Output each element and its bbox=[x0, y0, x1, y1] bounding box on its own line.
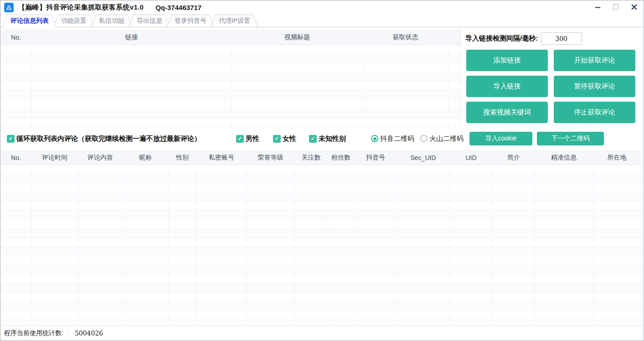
female-checkbox[interactable]: ✓ 女性 bbox=[273, 134, 296, 143]
tab-label: 导出信息 bbox=[137, 17, 162, 25]
douyin-qr-label: 抖音二维码 bbox=[380, 134, 414, 143]
column-header: 视频标题 bbox=[232, 30, 363, 45]
options-row: ✓ 循环获取列表内评论（获取完继续检测一遍不放过最新评论） ✓ 男性 ✓ 女性 … bbox=[0, 127, 644, 150]
column-header: 精准信息 bbox=[535, 151, 593, 165]
comment-table: No.评论时间评论内容昵称性别私密账号荣誉等级关注数粉丝数抖音号Sec_UIDU… bbox=[0, 150, 641, 326]
grid-line bbox=[247, 165, 247, 326]
start-fetch-comments-button[interactable]: 开始获取评论 bbox=[554, 50, 635, 71]
column-header: UID bbox=[449, 151, 493, 165]
column-header: 获取状态 bbox=[363, 30, 448, 45]
grid-line bbox=[31, 45, 32, 127]
tab-proxy-ip[interactable]: 代理IP设置 bbox=[211, 15, 258, 27]
column-header: Sec_UID bbox=[397, 151, 449, 165]
status-divider bbox=[68, 329, 68, 338]
pause-fetch-comments-button[interactable]: 暂停获取评论 bbox=[554, 76, 635, 97]
usage-count-value: 5004026 bbox=[75, 330, 103, 337]
douyin-qr-radio[interactable]: 抖音二维码 bbox=[371, 134, 414, 143]
male-checkbox[interactable]: ✓ 男性 bbox=[236, 134, 259, 143]
link-table: No.链接视频标题获取状态 bbox=[0, 30, 461, 127]
column-header: 荣誉等级 bbox=[247, 151, 294, 165]
app-logo-icon bbox=[4, 3, 14, 12]
minimize-icon[interactable] bbox=[592, 1, 603, 12]
maximize-icon[interactable] bbox=[610, 1, 622, 12]
tab-login-douyin[interactable]: 登录抖音号 bbox=[167, 15, 214, 27]
tab-export-info[interactable]: 导出信息 bbox=[129, 15, 170, 27]
grid-line bbox=[328, 165, 328, 326]
link-table-body[interactable] bbox=[0, 45, 460, 127]
tab-label: 私信功能 bbox=[99, 17, 124, 25]
grid-line bbox=[294, 165, 295, 326]
grid-line bbox=[196, 165, 197, 326]
interval-label: 导入链接检测间隔/毫秒: bbox=[465, 34, 538, 43]
add-link-button[interactable]: 添加链接 bbox=[466, 50, 548, 71]
tab-function-settings[interactable]: 功能设置 bbox=[53, 15, 94, 27]
tab-label: 功能设置 bbox=[61, 17, 87, 25]
control-panel: 导入链接检测间隔/毫秒: 添加链接开始获取评论导入链接暂停获取评论搜索视频关键词… bbox=[461, 29, 641, 127]
import-cookie-button[interactable]: 导入cookie bbox=[469, 132, 532, 145]
grid-line bbox=[168, 165, 169, 326]
column-header: No. bbox=[0, 151, 31, 165]
grid-line bbox=[78, 165, 78, 326]
checkbox-checked-icon[interactable]: ✓ bbox=[309, 135, 317, 143]
stop-fetch-comments-button[interactable]: 停止获取评论 bbox=[554, 102, 635, 123]
tab-label: 评论信息列表 bbox=[10, 17, 49, 25]
tab-bar: 评论信息列表 功能设置 私信功能 导出信息 登录抖音号 代理IP设置 bbox=[0, 15, 644, 27]
grid-line bbox=[232, 45, 232, 127]
comment-table-body[interactable] bbox=[0, 165, 641, 326]
loop-fetch-checkbox[interactable]: ✓ 循环获取列表内评论（获取完继续检测一遍不放过最新评论） bbox=[7, 134, 201, 143]
grid-line bbox=[493, 165, 493, 326]
grid-line bbox=[449, 165, 450, 326]
column-header: 评论时间 bbox=[31, 151, 78, 165]
column-header: 抖音号 bbox=[354, 151, 397, 165]
action-buttons: 添加链接开始获取评论导入链接暂停获取评论搜索视频关键词停止获取评论 bbox=[466, 50, 635, 123]
column-header: 昵称 bbox=[123, 151, 168, 165]
unknown-gender-label: 未知性别 bbox=[319, 134, 346, 143]
window-controls bbox=[592, 1, 640, 12]
checkbox-checked-icon[interactable]: ✓ bbox=[236, 135, 244, 143]
column-header: 粉丝数 bbox=[328, 151, 354, 165]
column-header: 所在地 bbox=[593, 151, 641, 165]
grid-line bbox=[363, 45, 363, 127]
grid-line bbox=[31, 165, 32, 326]
column-header: 评论内容 bbox=[78, 151, 123, 165]
column-header: No. bbox=[0, 30, 31, 45]
loop-fetch-label: 循环获取列表内评论（获取完继续检测一遍不放过最新评论） bbox=[16, 134, 201, 143]
huoshan-qr-radio[interactable]: 火山二维码 bbox=[420, 134, 464, 143]
radio-unselected-icon[interactable] bbox=[420, 135, 428, 142]
tab-label: 代理IP设置 bbox=[219, 17, 250, 25]
tab-label: 登录抖音号 bbox=[175, 17, 206, 25]
window-qq-contact: Qq-374463717 bbox=[155, 4, 201, 11]
column-header: 简介 bbox=[493, 151, 535, 165]
unknown-gender-checkbox[interactable]: ✓ 未知性别 bbox=[309, 134, 346, 143]
tab-private-message[interactable]: 私信功能 bbox=[91, 15, 132, 27]
grid-line bbox=[397, 165, 397, 326]
male-label: 男性 bbox=[246, 134, 259, 143]
search-video-keyword-button[interactable]: 搜索视频关键词 bbox=[466, 102, 548, 123]
column-header: 性别 bbox=[168, 151, 196, 165]
grid-line bbox=[354, 165, 355, 326]
status-bar: 程序当前使用统计数: 5004026 bbox=[0, 326, 644, 341]
import-link-button[interactable]: 导入链接 bbox=[466, 76, 548, 97]
female-label: 女性 bbox=[283, 134, 296, 143]
huoshan-qr-label: 火山二维码 bbox=[429, 134, 464, 143]
link-table-header: No.链接视频标题获取状态 bbox=[0, 30, 460, 45]
app-window: { "window": { "title": "【巅峰】抖音评论采集抓取获客系统… bbox=[0, 0, 644, 341]
radio-selected-icon[interactable] bbox=[371, 135, 378, 142]
checkbox-checked-icon[interactable]: ✓ bbox=[273, 135, 281, 143]
grid-line bbox=[448, 45, 448, 127]
checkbox-checked-icon[interactable]: ✓ bbox=[7, 135, 15, 143]
interval-input[interactable] bbox=[541, 32, 582, 45]
grid-line bbox=[593, 165, 593, 326]
grid-line bbox=[535, 165, 535, 326]
usage-count-label: 程序当前使用统计数: bbox=[4, 329, 63, 337]
column-header: 私密账号 bbox=[196, 151, 247, 165]
comment-table-header: No.评论时间评论内容昵称性别私密账号荣誉等级关注数粉丝数抖音号Sec_UIDU… bbox=[0, 151, 641, 165]
column-header: 链接 bbox=[31, 30, 232, 45]
title-bar: 【巅峰】抖音评论采集抓取获客系统v1.0 Qq-374463717 bbox=[0, 0, 644, 14]
window-title: 【巅峰】抖音评论采集抓取获客系统v1.0 bbox=[18, 3, 144, 12]
tab-comment-info-list[interactable]: 评论信息列表 bbox=[3, 15, 57, 27]
column-header: 关注数 bbox=[294, 151, 328, 165]
grid-line bbox=[123, 165, 123, 326]
close-icon[interactable] bbox=[628, 1, 640, 12]
next-qr-button[interactable]: 下一个二维码 bbox=[537, 132, 604, 145]
